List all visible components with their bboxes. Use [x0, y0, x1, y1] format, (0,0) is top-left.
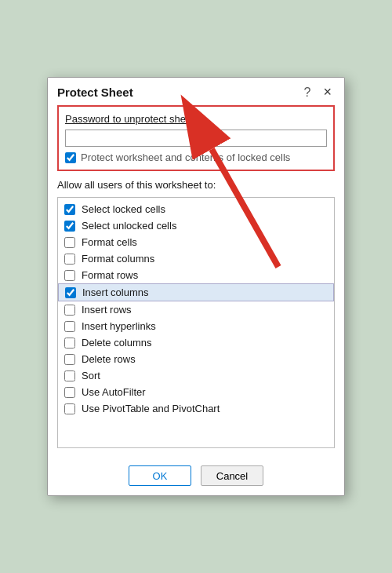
ok-button[interactable]: OK [129, 465, 191, 486]
label-use-autofilter: Use AutoFilter [82, 386, 146, 398]
title-actions: ? × [301, 84, 335, 100]
checklist-item-use-pivottable[interactable]: Use PivotTable and PivotChart [58, 400, 334, 417]
checklist-item-format-columns[interactable]: Format columns [58, 250, 334, 267]
checkbox-insert-hyperlinks[interactable] [64, 321, 75, 332]
allow-section: Allow all users of this worksheet to: Se… [57, 179, 335, 448]
checklist-item-insert-hyperlinks[interactable]: Insert hyperlinks [58, 318, 334, 334]
label-format-cells: Format cells [82, 236, 137, 248]
checkbox-insert-rows[interactable] [64, 305, 75, 316]
checklist-item-select-locked[interactable]: Select locked cells [58, 201, 334, 217]
label-delete-rows: Delete rows [82, 353, 136, 365]
close-button[interactable]: × [320, 84, 335, 100]
checkbox-use-autofilter[interactable] [64, 387, 75, 398]
password-section: Password to unprotect sheet: Protect wor… [57, 105, 335, 171]
checklist-item-delete-rows[interactable]: Delete rows [58, 351, 334, 367]
label-use-pivottable: Use PivotTable and PivotChart [82, 403, 220, 414]
checkbox-insert-columns[interactable] [65, 287, 76, 298]
label-select-locked: Select locked cells [82, 203, 165, 215]
checkbox-select-unlocked[interactable] [64, 221, 75, 232]
allow-label: Allow all users of this worksheet to: [57, 179, 335, 191]
dialog-title: Protect Sheet [57, 86, 133, 99]
protect-worksheet-label: Protect worksheet and contents of locked… [81, 151, 290, 163]
label-insert-rows: Insert rows [82, 304, 132, 316]
checklist-item-select-unlocked[interactable]: Select unlocked cells [58, 217, 334, 234]
help-button[interactable]: ? [301, 86, 314, 100]
label-insert-hyperlinks: Insert hyperlinks [82, 320, 156, 332]
checkbox-use-pivottable[interactable] [64, 403, 75, 414]
label-delete-columns: Delete columns [82, 337, 152, 349]
checkbox-format-rows[interactable] [64, 270, 75, 281]
checkbox-format-columns[interactable] [64, 254, 75, 265]
checkbox-delete-rows[interactable] [64, 354, 75, 365]
protect-sheet-dialog: Protect Sheet ? × Password to unprotect … [47, 77, 345, 496]
password-input[interactable] [65, 130, 327, 147]
checklist-item-format-rows[interactable]: Format rows [58, 267, 334, 283]
dialog-footer: OK Cancel [48, 458, 344, 495]
checklist-item-use-autofilter[interactable]: Use AutoFilter [58, 384, 334, 400]
protect-checkbox-row: Protect worksheet and contents of locked… [65, 151, 327, 163]
checkbox-delete-columns[interactable] [64, 338, 75, 349]
label-sort: Sort [82, 370, 100, 381]
checklist-item-sort[interactable]: Sort [58, 367, 334, 384]
label-format-columns: Format columns [82, 253, 154, 265]
label-format-rows: Format rows [82, 269, 138, 281]
label-insert-columns: Insert columns [82, 286, 149, 298]
password-label: Password to unprotect sheet: [65, 113, 327, 125]
checklist-item-delete-columns[interactable]: Delete columns [58, 334, 334, 351]
checkbox-select-locked[interactable] [64, 204, 75, 215]
cancel-button[interactable]: Cancel [201, 465, 263, 486]
protect-worksheet-checkbox[interactable] [65, 152, 76, 163]
title-bar: Protect Sheet ? × [48, 78, 344, 105]
checklist-item-insert-columns[interactable]: Insert columns [58, 283, 334, 301]
checklist-container[interactable]: Select locked cellsSelect unlocked cells… [57, 197, 335, 448]
dialog-body: Password to unprotect sheet: Protect wor… [48, 105, 344, 458]
checkbox-sort[interactable] [64, 370, 75, 381]
label-select-unlocked: Select unlocked cells [82, 220, 176, 232]
checklist-item-insert-rows[interactable]: Insert rows [58, 301, 334, 318]
checklist-item-format-cells[interactable]: Format cells [58, 234, 334, 250]
checkbox-format-cells[interactable] [64, 237, 75, 248]
